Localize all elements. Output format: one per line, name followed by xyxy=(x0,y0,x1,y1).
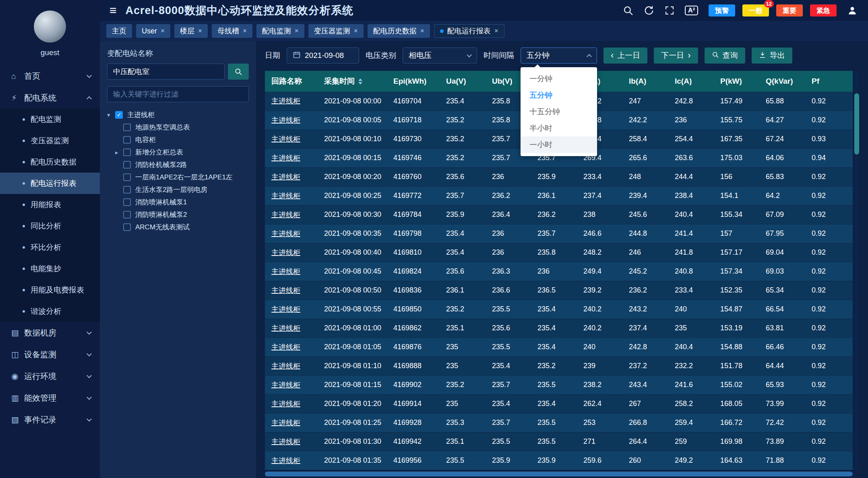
font-size-icon[interactable]: A² xyxy=(685,6,698,15)
circuit-name-cell[interactable]: 主进线柜 xyxy=(265,300,318,319)
table-row[interactable]: 主进线柜 2021-09-08 00:35 4169798 235.4 236 … xyxy=(265,224,853,243)
table-row[interactable]: 主进线柜 2021-09-08 01:35 4169956 235.5 235.… xyxy=(265,451,853,470)
tab[interactable]: 配电监测 × xyxy=(256,24,304,38)
search-icon[interactable] xyxy=(623,5,633,16)
caret-down-icon[interactable]: ▾ xyxy=(107,111,115,119)
tab[interactable]: 配电运行报表 × xyxy=(434,24,504,38)
table-row[interactable]: 主进线柜 2021-09-08 00:55 4169850 235.2 235.… xyxy=(265,300,853,319)
tree-node[interactable]: 生活水泵2路一层弱电房 xyxy=(107,183,249,196)
close-icon[interactable]: × xyxy=(494,27,498,35)
checkbox[interactable] xyxy=(123,148,131,156)
sidebar-subitem[interactable]: 同比分析 xyxy=(0,215,100,237)
table-row[interactable]: 主进线柜 2021-09-08 01:20 4169914 235 235.4 … xyxy=(265,394,853,413)
close-icon[interactable]: × xyxy=(295,27,299,35)
circuit-name-cell[interactable]: 主进线柜 xyxy=(265,111,318,130)
tree-node[interactable]: 消防栓机械泵2路 xyxy=(107,159,249,171)
column-header[interactable]: Epi(kWh) xyxy=(387,71,440,92)
query-button[interactable]: 查询 xyxy=(705,47,745,64)
dropdown-option[interactable]: 半小时 xyxy=(521,120,597,136)
close-icon[interactable]: × xyxy=(420,27,424,35)
user-icon[interactable] xyxy=(847,5,858,16)
circuit-name-cell[interactable]: 主进线柜 xyxy=(265,130,318,148)
sidebar-item[interactable]: ▤ 数据机房 xyxy=(0,322,100,344)
interval-select[interactable]: 五分钟 xyxy=(521,47,597,64)
table-row[interactable]: 主进线柜 2021-09-08 00:30 4169784 235.9 236.… xyxy=(265,205,853,224)
checkbox[interactable] xyxy=(123,211,131,218)
table-row[interactable]: 主进线柜 2021-09-08 00:20 4169760 235.6 236 … xyxy=(265,167,853,186)
column-header[interactable]: Ua(V) xyxy=(440,71,486,92)
sidebar-subitem[interactable]: 用能报表 xyxy=(0,194,100,215)
sidebar-item[interactable]: ▧ 事件记录 xyxy=(0,409,100,431)
column-header[interactable]: P(kW) xyxy=(714,71,759,92)
station-search-input[interactable] xyxy=(107,64,225,80)
next-day-button[interactable]: 下一日 › xyxy=(654,47,698,64)
alarm-button[interactable]: 一般 12 xyxy=(742,4,769,16)
circuit-name-cell[interactable]: 主进线柜 xyxy=(265,375,318,394)
table-row[interactable]: 主进线柜 2021-09-08 01:15 4169902 235.2 235.… xyxy=(265,375,853,394)
tab[interactable]: 配电历史数据 × xyxy=(368,24,430,38)
tree-node[interactable]: 消防喷淋机械泵1 xyxy=(107,196,249,208)
sidebar-item[interactable]: ◫ 设备监测 xyxy=(0,344,100,365)
circuit-name-cell[interactable]: 主进线柜 xyxy=(265,319,318,338)
sidebar-item-home[interactable]: ⌂ 首页 xyxy=(0,65,100,87)
date-picker[interactable]: 2021-09-08 xyxy=(287,47,359,64)
table-row[interactable]: 主进线柜 2021-09-08 00:50 4169836 236.1 236.… xyxy=(265,281,853,300)
tree-node[interactable]: 电容柜 xyxy=(107,134,249,146)
fullscreen-icon[interactable] xyxy=(665,6,674,15)
dropdown-option[interactable]: 一分钟 xyxy=(521,70,597,87)
tree-node[interactable]: 地源热泵空调总表 xyxy=(107,121,249,134)
tab[interactable]: 母线槽 × xyxy=(212,24,252,38)
table-row[interactable]: 主进线柜 2021-09-08 00:25 4169772 235.7 236.… xyxy=(265,186,853,205)
menu-toggle-icon[interactable]: ≡ xyxy=(110,4,117,17)
circuit-name-cell[interactable]: 主进线柜 xyxy=(265,262,318,281)
tree-node[interactable]: ▸ 新增分立柜总表 xyxy=(107,146,249,159)
checkbox[interactable] xyxy=(115,111,123,119)
close-icon[interactable]: × xyxy=(161,27,165,35)
circuit-name-cell[interactable]: 主进线柜 xyxy=(265,167,318,186)
circuit-name-cell[interactable]: 主进线柜 xyxy=(265,148,318,167)
export-button[interactable]: 导出 xyxy=(752,47,792,64)
sidebar-subitem[interactable]: 谐波分析 xyxy=(0,301,100,322)
circuit-name-cell[interactable]: 主进线柜 xyxy=(265,413,318,432)
checkbox[interactable] xyxy=(123,186,131,194)
sidebar-subitem[interactable]: 变压器监测 xyxy=(0,130,100,151)
circuit-name-cell[interactable]: 主进线柜 xyxy=(265,224,318,243)
sidebar-subitem[interactable]: 环比分析 xyxy=(0,237,100,258)
tab[interactable]: User × xyxy=(136,24,170,38)
table-row[interactable]: 主进线柜 2021-09-08 01:05 4169876 235 235.5 … xyxy=(265,338,853,356)
tree-node-root[interactable]: ▾ 主进线柜 xyxy=(107,109,249,121)
tree-node[interactable]: 消防喷淋机械泵2 xyxy=(107,208,249,221)
table-row[interactable]: 主进线柜 2021-09-08 01:25 4169928 235.3 235.… xyxy=(265,413,853,432)
sidebar-item[interactable]: ▥ 能效管理 xyxy=(0,387,100,409)
column-header[interactable]: Ic(A) xyxy=(668,71,714,92)
voltage-type-select[interactable]: 相电压 xyxy=(403,47,477,64)
alarm-button[interactable]: 预警 xyxy=(709,4,735,16)
vertical-scrollbar[interactable] xyxy=(854,71,859,471)
checkbox[interactable] xyxy=(123,136,131,144)
vertical-scrollbar-thumb[interactable] xyxy=(854,93,859,155)
alarm-button[interactable]: 重要 xyxy=(776,4,803,16)
circuit-name-cell[interactable]: 主进线柜 xyxy=(265,451,318,470)
tab[interactable]: 主页 xyxy=(106,24,132,38)
prev-day-button[interactable]: ‹ 上一日 xyxy=(603,47,647,64)
circuit-name-cell[interactable]: 主进线柜 xyxy=(265,394,318,413)
dropdown-option[interactable]: 一小时 xyxy=(521,136,597,153)
tab[interactable]: 楼层 × xyxy=(174,24,208,38)
table-row[interactable]: 主进线柜 2021-09-08 01:00 4169862 235.1 235.… xyxy=(265,319,853,338)
checkbox[interactable] xyxy=(123,173,131,181)
sidebar-item[interactable]: ◉ 运行环境 xyxy=(0,365,100,387)
table-row[interactable]: 主进线柜 2021-09-08 01:10 4169888 235 235.4 … xyxy=(265,356,853,375)
table-row[interactable]: 主进线柜 2021-09-08 01:30 4169942 235.1 235.… xyxy=(265,432,853,451)
dropdown-option[interactable]: 十五分钟 xyxy=(521,103,597,120)
caret-icon[interactable]: ▸ xyxy=(115,149,123,156)
dropdown-option[interactable]: 五分钟 xyxy=(521,87,597,103)
column-header[interactable]: Pf xyxy=(805,71,853,92)
circuit-name-cell[interactable]: 主进线柜 xyxy=(265,281,318,300)
checkbox[interactable] xyxy=(123,198,131,206)
circuit-name-cell[interactable]: 主进线柜 xyxy=(265,205,318,224)
sidebar-subitem[interactable]: 配电监测 xyxy=(0,109,100,130)
column-header[interactable]: Ib(A) xyxy=(622,71,668,92)
circuit-name-cell[interactable]: 主进线柜 xyxy=(265,186,318,205)
horizontal-scrollbar-thumb[interactable] xyxy=(265,472,853,476)
sidebar-subitem[interactable]: 配电历史数据 xyxy=(0,151,100,173)
